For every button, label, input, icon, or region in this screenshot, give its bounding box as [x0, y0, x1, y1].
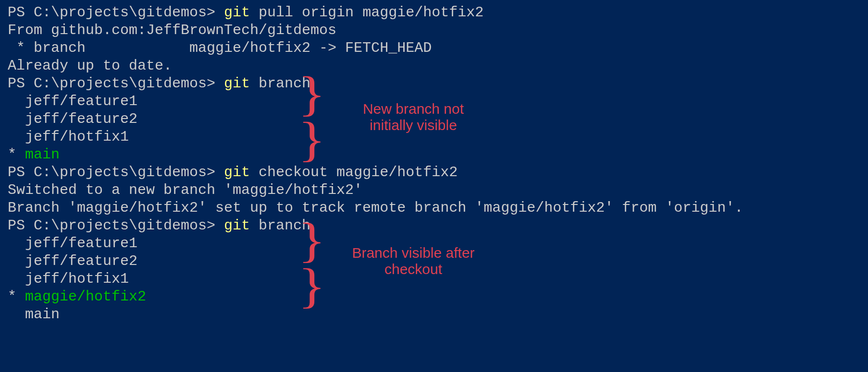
curly-brace-icon: } [298, 216, 326, 264]
terminal-line: main [8, 306, 743, 324]
output-text: * [8, 288, 25, 305]
output-text: Switched to a new branch 'maggie/hotfix2… [8, 182, 362, 198]
annotation-after-checkout: Branch visible after checkout [351, 245, 476, 277]
command-name: git [224, 164, 259, 180]
curly-brace-icon: } [298, 69, 326, 118]
output-text: Already up to date. [8, 58, 172, 74]
terminal-line: Branch 'maggie/hotfix2' set up to track … [8, 199, 743, 217]
command-args: pull origin maggie/hotfix2 [259, 4, 484, 21]
terminal-line: * maggie/hotfix2 [8, 288, 743, 306]
output-text: jeff/hotfix1 [8, 129, 129, 145]
output-text: jeff/hotfix1 [8, 271, 129, 287]
terminal-line: * branch maggie/hotfix2 -> FETCH_HEAD [8, 39, 743, 57]
output-text: jeff/feature1 [8, 93, 137, 109]
output-text: Branch 'maggie/hotfix2' set up to track … [8, 200, 743, 216]
terminal-line: * main [8, 146, 743, 164]
current-branch: maggie/hotfix2 [25, 288, 146, 305]
terminal-line: PS C:\projects\gitdemos> git branch [8, 217, 743, 235]
output-text: jeff/feature1 [8, 235, 137, 252]
output-text: From github.com:JeffBrownTech/gitdemos [8, 22, 336, 38]
output-text: main [8, 306, 60, 323]
curly-brace-icon: } [298, 261, 326, 310]
command-name: git [224, 217, 259, 234]
current-branch: main [25, 146, 60, 163]
terminal-line: From github.com:JeffBrownTech/gitdemos [8, 22, 743, 39]
prompt-text: PS C:\projects\gitdemos> [8, 75, 224, 92]
prompt-text: PS C:\projects\gitdemos> [8, 217, 224, 234]
terminal-line: PS C:\projects\gitdemos> git checkout ma… [8, 164, 743, 181]
curly-brace-icon: } [298, 115, 326, 164]
output-text: * branch maggie/hotfix2 -> FETCH_HEAD [8, 40, 432, 56]
command-name: git [224, 75, 259, 92]
terminal-line: PS C:\projects\gitdemos> git pull origin… [8, 4, 743, 22]
output-text: jeff/feature2 [8, 253, 137, 269]
terminal-line: Switched to a new branch 'maggie/hotfix2… [8, 181, 743, 199]
command-args: checkout maggie/hotfix2 [259, 164, 458, 180]
prompt-text: PS C:\projects\gitdemos> [8, 4, 224, 21]
terminal-line: Already up to date. [8, 57, 743, 75]
output-text: * [8, 146, 25, 163]
terminal-line: PS C:\projects\gitdemos> git branch [8, 75, 743, 93]
prompt-text: PS C:\projects\gitdemos> [8, 164, 224, 180]
annotation-new-branch: New branch not initially visible [351, 101, 476, 133]
output-text: jeff/feature2 [8, 111, 137, 127]
command-name: git [224, 4, 259, 21]
